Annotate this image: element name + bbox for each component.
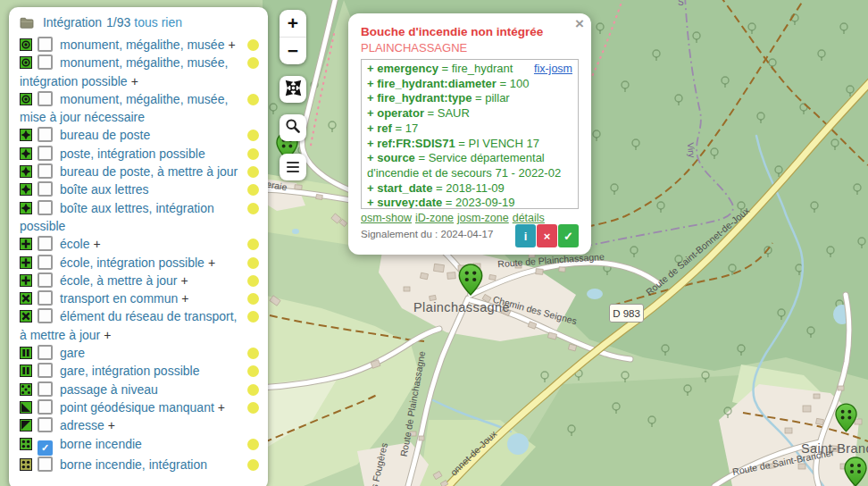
issue-category-item[interactable]: gare: [20, 344, 263, 362]
search-button[interactable]: [280, 114, 306, 141]
category-plus-suffix: +: [93, 237, 100, 251]
issue-category-item[interactable]: bureau de poste: [20, 126, 263, 144]
issue-category-item[interactable]: borne incendie, intégration: [20, 456, 263, 473]
map-marker-pin[interactable]: [835, 403, 857, 432]
category-checkbox[interactable]: [38, 146, 53, 161]
popup-title: Bouche d'incendie non intégrée: [361, 25, 579, 38]
corrected-button[interactable]: ✓: [558, 224, 579, 247]
tag-rows: + emergency = fire_hydrant + fire_hydran…: [367, 62, 572, 209]
category-status-dot: [247, 275, 259, 287]
tag-value: 2018-11-09: [446, 181, 505, 195]
sidebar-count: 1/93: [106, 15, 130, 29]
folder-icon: [20, 17, 38, 31]
zoom-out-button[interactable]: −: [280, 38, 306, 64]
move-crosshair-icon: [284, 79, 303, 101]
issue-category-item[interactable]: boîte aux lettres: [20, 180, 263, 198]
issue-category-item[interactable]: boîte aux lettres, intégration possible: [20, 199, 263, 236]
tag-row: + fire_hydrant:type = pillar: [367, 91, 572, 106]
tag-value: SAUR: [438, 106, 470, 120]
category-checkbox[interactable]: [38, 54, 53, 70]
tag-row: + fire_hydrant:diameter = 100: [367, 77, 572, 92]
category-plus-suffix: +: [131, 74, 138, 88]
issue-category-item[interactable]: monument, mégalithe, musée, intégration …: [20, 54, 263, 90]
sidebar-title: Intégration: [43, 15, 102, 29]
popup-link-idzone[interactable]: iD-zone: [415, 212, 454, 224]
category-checkbox[interactable]: [38, 200, 53, 215]
category-checkbox[interactable]: ✓: [38, 440, 53, 456]
issue-category-item[interactable]: école, à mettre à jour+: [20, 272, 263, 289]
category-status-dot: [247, 57, 259, 69]
tag-key: fire_hydrant:type: [377, 91, 472, 105]
star-marker-icon: [20, 147, 32, 160]
false-positive-button[interactable]: ×: [537, 224, 557, 247]
star-marker-icon: [20, 165, 32, 178]
category-status-dot: [247, 365, 259, 377]
map-marker-pin[interactable]: [844, 457, 867, 486]
tag-row: + survey:date = 2023-09-19: [367, 196, 572, 209]
category-checkbox[interactable]: [38, 272, 53, 288]
category-checkbox[interactable]: [38, 363, 53, 378]
popup-link-dtails[interactable]: détails: [513, 212, 545, 224]
category-checkbox[interactable]: [38, 345, 53, 360]
issue-category-item[interactable]: monument, mégalithe, musée+: [20, 36, 263, 54]
plus-marker-icon: [20, 238, 32, 250]
fit-bounds-button[interactable]: [280, 76, 306, 103]
select-none-link[interactable]: rien: [162, 15, 182, 29]
issue-category-item[interactable]: école+: [20, 235, 263, 253]
tag-value: 2023-09-19: [455, 196, 515, 209]
fix-josm-link[interactable]: fix-josm: [534, 62, 572, 77]
popup-link-josmzone[interactable]: josm-zone: [457, 212, 509, 224]
category-checkbox[interactable]: [38, 127, 53, 142]
issue-category-item[interactable]: point géodésique manquant+: [20, 398, 263, 416]
issue-category-item[interactable]: poste, intégration possible: [20, 145, 263, 163]
issue-category-item[interactable]: ✓borne incendie: [20, 435, 263, 456]
category-status-dot: [247, 257, 259, 269]
category-status-dot: [247, 130, 259, 141]
issue-category-item[interactable]: adresse+: [20, 416, 263, 434]
close-icon[interactable]: ×: [575, 15, 584, 33]
category-checkbox[interactable]: [38, 381, 53, 397]
category-checkbox[interactable]: [38, 163, 53, 179]
category-checkbox[interactable]: [38, 399, 53, 415]
category-checkbox[interactable]: [38, 91, 53, 106]
category-checkbox[interactable]: [38, 181, 53, 197]
issue-category-item[interactable]: transport en commun+: [20, 289, 263, 307]
category-checkbox[interactable]: [38, 290, 53, 306]
cross-marker-icon: [20, 292, 32, 305]
category-label: point géodésique manquant: [60, 400, 214, 415]
category-checkbox[interactable]: [38, 417, 53, 432]
category-checkbox[interactable]: [38, 37, 53, 52]
category-checkbox[interactable]: [38, 457, 53, 472]
plus-marker-icon: [20, 274, 32, 287]
category-checkbox[interactable]: [38, 236, 53, 251]
select-all-link[interactable]: tous: [134, 15, 157, 29]
issue-category-list: monument, mégalithe, musée+ monument, mé…: [20, 36, 263, 473]
zoom-in-button[interactable]: +: [280, 10, 306, 37]
category-label: boîte aux lettres: [60, 182, 149, 197]
star-marker-icon: [20, 202, 32, 214]
info-button[interactable]: i: [515, 224, 536, 247]
issue-category-item[interactable]: monument, mégalithe, musée, mise à jour …: [20, 90, 263, 127]
tag-value: 100: [510, 77, 530, 90]
tag-value: pillar: [485, 91, 509, 105]
issue-category-item[interactable]: passage à niveau: [20, 381, 263, 398]
issue-category-item[interactable]: gare, intégration possible: [20, 362, 263, 380]
layers-menu-button[interactable]: [280, 154, 306, 180]
map-marker-pin-selected[interactable]: [458, 264, 483, 296]
category-plus-suffix: +: [208, 256, 215, 270]
star-marker-icon: [20, 183, 32, 196]
popup-link-osmshow[interactable]: osm-show: [361, 212, 412, 224]
issue-category-item[interactable]: bureau de poste, à mettre à jour: [20, 163, 263, 180]
map-application: Plainchassagne Saint-Brancher Route de P…: [0, 0, 868, 486]
category-status-dot: [247, 293, 259, 305]
fisheye-marker-icon: [20, 93, 32, 105]
category-checkbox[interactable]: [38, 255, 53, 270]
category-checkbox[interactable]: [38, 308, 53, 323]
tag-key: emergency: [377, 62, 438, 75]
issue-category-item[interactable]: école, intégration possible+: [20, 254, 263, 272]
popup-links-row: osm-showiD-zonejosm-zonedétails: [361, 212, 579, 224]
fisheye-marker-icon: [20, 56, 32, 69]
issue-category-item[interactable]: élément du réseau de transport, à mettre…: [20, 307, 263, 344]
tag-row: + source = Service départemental d'incen…: [367, 151, 572, 180]
dots4-marker-icon: [20, 458, 32, 471]
